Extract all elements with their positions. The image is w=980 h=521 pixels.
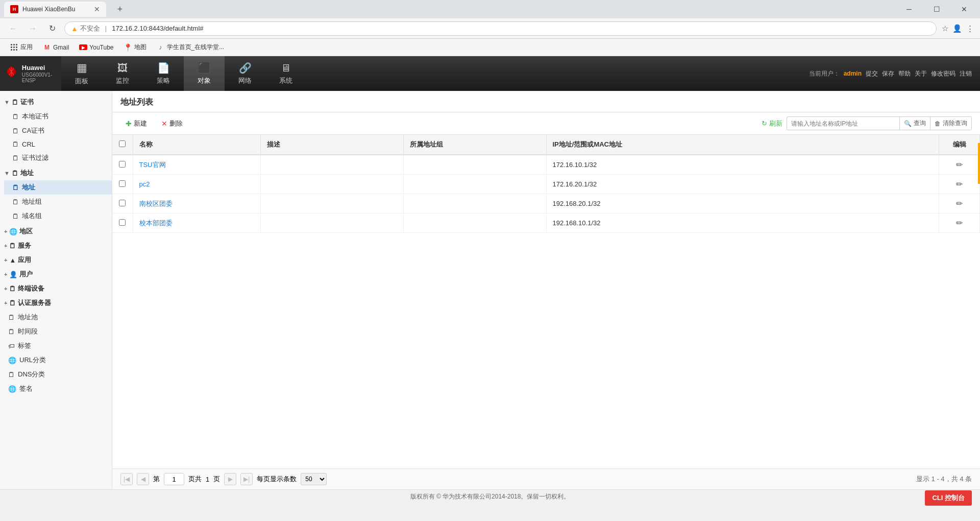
row2-name-link[interactable]: pc2 [139,180,150,188]
submit-button[interactable]: 提交 [866,69,878,78]
row2-checkbox-cell [112,175,133,194]
cli-console-button[interactable]: CLI 控制台 [925,490,972,506]
row4-edit-button[interactable]: ✏ [956,218,963,228]
app-logo: Huawei USG6000V1-ENSP [0,56,61,91]
last-page-button[interactable]: ▶| [240,473,253,485]
sidebar-group-auth-server[interactable]: + 🗒 认证服务器 [0,296,112,310]
bookmark-maps[interactable]: 📍 地图 [120,41,151,54]
app-footer: 版权所有 © 华为技术有限公司2014-2018。保留一切权利。 [0,489,980,504]
reload-button[interactable]: ↻ [45,21,59,36]
cert-filter-label: 证书过滤 [22,153,48,162]
sidebar-group-user[interactable]: + 👤 用户 [0,267,112,281]
new-button[interactable]: ✚ 新建 [120,117,152,130]
sidebar-item-ca-cert[interactable]: 🗒 CA证书 [4,124,112,138]
sidebar-item-domain-group[interactable]: 🗒 域名组 [4,209,112,223]
nav-network[interactable]: 🔗 网络 [225,56,265,91]
data-table: 名称 描述 所属地址组 IP地址/范围或MAC地址 编辑 [112,135,980,468]
bookmark-apps[interactable]: 应用 [6,41,37,54]
sidebar-item-crl[interactable]: 🗒 CRL [4,138,112,151]
search-icon: 🔍 [904,120,912,127]
close-button[interactable]: ✕ [952,1,976,17]
select-all-checkbox[interactable] [119,140,126,147]
region-expand-icon: + [4,228,7,234]
minimize-button[interactable]: ─ [897,1,921,17]
next-page-button[interactable]: ▶ [224,473,236,485]
change-password-button[interactable]: 修改密码 [931,69,955,78]
nav-object[interactable]: ⬛ 对象 [184,56,225,91]
row1-name-link[interactable]: TSU官网 [139,161,166,169]
bookmark-icon[interactable]: ☆ [942,24,948,33]
bookmark-student[interactable]: ♪ 学生首页_在线学堂... [153,41,229,54]
sidebar-group-cert[interactable]: ▼ 🗒 证书 [0,95,112,109]
row4-checkbox[interactable] [119,219,126,226]
row1-checkbox[interactable] [119,161,126,168]
nav-policy[interactable]: 📄 策略 [143,56,184,91]
row3-name-link[interactable]: 南校区团委 [139,200,173,207]
pagination-summary: 显示 1 - 4，共 4 条 [916,475,972,484]
bookmark-gmail[interactable]: M Gmail [39,41,73,54]
about-button[interactable]: 关于 [915,69,927,78]
profile-icon[interactable]: 👤 [952,24,962,33]
browser-tab[interactable]: H Huawei XiaoBenBu ✕ [4,2,106,17]
row1-checkbox-cell [112,155,133,175]
prev-page-button[interactable]: ◀ [137,473,149,485]
row3-checkbox[interactable] [119,200,126,206]
refresh-button[interactable]: ↻ 刷新 [762,119,782,128]
app-body: ▼ 🗒 证书 🗒 本地证书 🗒 CA证书 🗒 CRL [0,91,980,489]
row3-edit-button[interactable]: ✏ [956,199,963,208]
row2-checkbox[interactable] [119,180,126,187]
first-page-button[interactable]: |◀ [120,473,133,485]
ca-cert-label: CA证书 [22,126,44,135]
sidebar-item-tag[interactable]: 🏷 标签 [0,339,112,353]
sidebar-item-sign[interactable]: 🌐 签名 [0,382,112,396]
sidebar-item-addr-group[interactable]: 🗒 地址组 [4,195,112,209]
url-bar-actions: ☆ 👤 ⋮ [942,24,974,33]
apps-icon [10,43,18,52]
sidebar-item-cert-filter[interactable]: 🗒 证书过滤 [4,151,112,165]
maximize-button[interactable]: ☐ [925,1,948,17]
sidebar-group-region[interactable]: + 🌐 地区 [0,224,112,239]
tab-close-button[interactable]: ✕ [94,5,100,13]
per-page-select[interactable]: 50 100 200 [301,473,327,485]
warning-icon: ▲ [71,25,78,33]
sidebar-item-dns-class[interactable]: 🗒 DNS分类 [0,367,112,382]
row2-group [403,175,546,194]
row3-checkbox-cell [112,194,133,214]
nav-panel[interactable]: ▦ 面板 [61,56,102,91]
menu-icon[interactable]: ⋮ [966,24,974,33]
table-body: TSU官网 172.16.10.1/32 ✏ [112,155,980,233]
sidebar-item-addr-pool[interactable]: 🗒 地址池 [0,310,112,324]
sidebar-item-local-cert[interactable]: 🗒 本地证书 [4,109,112,124]
nav-object-label: 对象 [198,76,211,85]
nav-monitor[interactable]: 🖼 监控 [102,56,143,91]
sidebar-group-app[interactable]: + ▲ 应用 [0,253,112,267]
nav-system-label: 系统 [279,76,292,85]
sidebar-group-address[interactable]: ▼ 🗒 地址 [0,166,112,180]
row4-name-link[interactable]: 校本部团委 [139,219,173,227]
forward-button[interactable]: → [26,21,40,36]
page-label: 第 [153,475,160,484]
sidebar-group-service[interactable]: + 🗒 服务 [0,239,112,253]
help-button[interactable]: 帮助 [898,69,911,78]
sidebar-group-terminal[interactable]: + 🗒 终端设备 [0,281,112,296]
sidebar-item-time-range[interactable]: 🗒 时间段 [0,324,112,339]
row1-edit-button[interactable]: ✏ [956,160,963,170]
search-input[interactable] [787,118,899,129]
delete-button[interactable]: ✕ 删除 [156,117,188,130]
sidebar-item-url-class[interactable]: 🌐 URL分类 [0,353,112,367]
query-button[interactable]: 🔍 查询 [899,117,930,130]
url-bar[interactable]: ▲ 不安全 | 172.16.2.10:8443/default.html# [64,21,937,36]
row2-edit-button[interactable]: ✏ [956,179,963,189]
crl-label: CRL [22,140,35,148]
clear-button[interactable]: 🗑 清除查询 [930,117,971,130]
page-input[interactable] [164,473,184,485]
save-button[interactable]: 保存 [882,69,894,78]
sidebar-item-addr[interactable]: 🗒 地址 [4,180,112,195]
query-label: 查询 [914,119,926,128]
logout-button[interactable]: 注销 [960,69,972,78]
back-button[interactable]: ← [6,21,20,36]
new-tab-button[interactable]: + [112,2,128,17]
pages-label: 页 [213,475,220,484]
bookmark-youtube[interactable]: ▶ YouTube [75,42,117,53]
nav-system[interactable]: 🖥 系统 [265,56,306,91]
